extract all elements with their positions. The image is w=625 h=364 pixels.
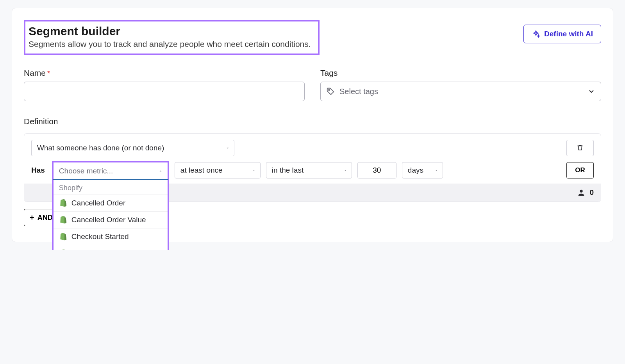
time-unit-value: days xyxy=(408,166,423,175)
shopify-icon xyxy=(59,199,67,207)
metric-option-checkout-started-value[interactable]: Checkout Started Value xyxy=(54,245,168,250)
metric-option-label: Cancelled Order Value xyxy=(71,216,146,224)
caret-down-icon xyxy=(252,168,256,173)
header-row: Segment builder Segments allow you to tr… xyxy=(24,20,601,55)
shopify-icon xyxy=(59,216,67,224)
required-indicator: * xyxy=(47,69,50,77)
name-group: Name* xyxy=(24,68,305,101)
condition-row-2: Has Choose metric... Shopify xyxy=(31,161,594,180)
definition-box: What someone has done (or not done) Has … xyxy=(24,133,601,202)
sparkle-icon xyxy=(532,30,540,38)
metric-placeholder: Choose metric... xyxy=(59,167,113,175)
segment-builder-card: Segment builder Segments allow you to tr… xyxy=(12,8,613,242)
trash-icon xyxy=(577,144,584,152)
page-subtitle: Segments allow you to track and analyze … xyxy=(29,39,311,49)
define-with-ai-button[interactable]: Define with AI xyxy=(523,25,601,43)
metric-option-cancelled-order[interactable]: Cancelled Order xyxy=(54,194,168,211)
caret-down-icon xyxy=(434,168,439,173)
tags-select[interactable]: Select tags xyxy=(320,82,601,101)
condition-row-1: What someone has done (or not done) xyxy=(31,140,594,156)
page-title: Segment builder xyxy=(29,25,311,38)
dropdown-group-label: Shopify xyxy=(54,180,168,194)
name-input[interactable] xyxy=(24,82,305,101)
caret-down-icon xyxy=(343,168,348,173)
chevron-down-icon xyxy=(588,87,595,95)
name-label: Name* xyxy=(24,68,305,78)
person-icon xyxy=(577,188,586,197)
condition-type-select[interactable]: What someone has done (or not done) xyxy=(31,140,234,156)
or-button[interactable]: OR xyxy=(566,162,594,178)
definition-label: Definition xyxy=(24,117,601,126)
frequency-value: at least once xyxy=(180,166,223,175)
define-with-ai-label: Define with AI xyxy=(544,30,593,38)
shopify-icon xyxy=(59,232,67,241)
svg-point-0 xyxy=(329,89,330,91)
time-range-value: in the last xyxy=(272,166,304,175)
tags-left: Select tags xyxy=(326,87,378,96)
metric-option-label: Cancelled Order xyxy=(71,199,125,207)
has-label: Has xyxy=(31,166,45,175)
svg-point-1 xyxy=(580,190,583,193)
caret-up-icon xyxy=(158,167,163,175)
name-label-text: Name xyxy=(24,68,46,77)
shopify-icon xyxy=(59,249,67,250)
tag-icon xyxy=(326,87,335,96)
time-range-value-input[interactable] xyxy=(357,162,396,178)
tags-placeholder: Select tags xyxy=(339,87,378,96)
metric-option-label: Checkout Started Value xyxy=(71,249,149,250)
time-range-select[interactable]: in the last xyxy=(266,162,352,178)
title-block: Segment builder Segments allow you to tr… xyxy=(24,20,320,55)
metric-select[interactable]: Choose metric... xyxy=(52,161,169,180)
dropdown-inner: Shopify Cancelled Order Cancelled Orde xyxy=(54,180,168,250)
condition-type-value: What someone has done (or not done) xyxy=(37,144,164,152)
caret-down-icon xyxy=(225,146,230,150)
tags-group: Tags Select tags xyxy=(320,68,601,101)
metric-dropdown-panel: Shopify Cancelled Order Cancelled Orde xyxy=(52,179,169,250)
and-label: AND xyxy=(38,214,53,222)
form-row: Name* Tags Select tags xyxy=(24,68,601,101)
tags-label: Tags xyxy=(320,68,601,78)
delete-condition-button[interactable] xyxy=(566,140,594,156)
time-unit-select[interactable]: days xyxy=(402,162,443,178)
metric-select-wrap: Choose metric... Shopify Cancelled Order xyxy=(52,161,169,180)
metric-option-cancelled-order-value[interactable]: Cancelled Order Value xyxy=(54,211,168,228)
metric-option-checkout-started[interactable]: Checkout Started xyxy=(54,228,168,245)
metric-option-label: Checkout Started xyxy=(71,232,129,241)
count-value: 0 xyxy=(589,188,594,197)
frequency-select[interactable]: at least once xyxy=(175,162,261,178)
plus-icon: + xyxy=(30,213,34,222)
